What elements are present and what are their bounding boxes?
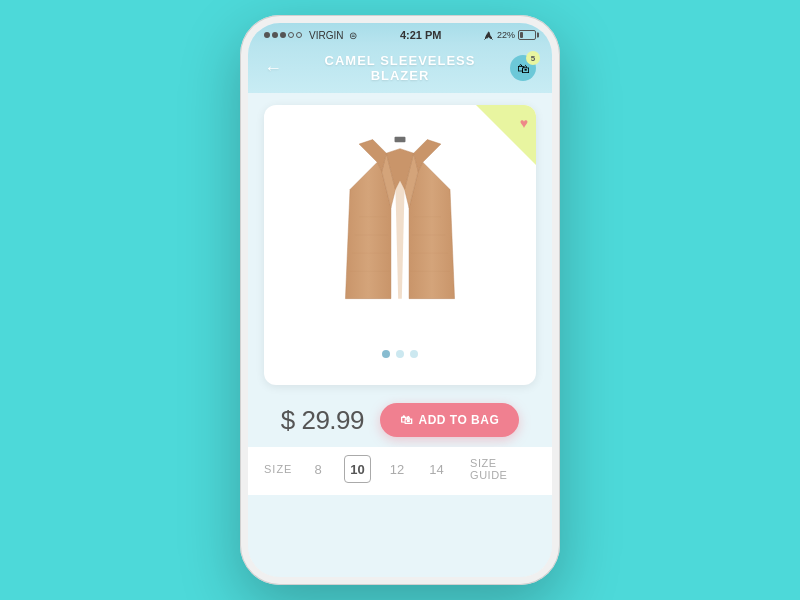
size-option-8[interactable]: 8 — [304, 455, 331, 483]
header: ← CAMEL SLEEVELESS BLAZER 🛍 5 — [248, 45, 552, 93]
cart-count-badge: 5 — [526, 51, 540, 65]
carrier-name: VIRGIN — [309, 30, 343, 41]
signal-dot-4 — [288, 32, 294, 38]
product-card: ♥ — [264, 105, 536, 385]
signal-dot-5 — [296, 32, 302, 38]
size-guide-link[interactable]: SIZE GUIDE — [470, 457, 536, 481]
favorite-corner-bg — [476, 105, 536, 165]
price-row: $ 29.99 🛍 ADD TO BAG — [248, 393, 552, 447]
image-dot-2[interactable] — [396, 350, 404, 358]
image-dots — [382, 350, 418, 358]
signal-dot-1 — [264, 32, 270, 38]
battery-icon — [518, 30, 536, 40]
battery-percent: 22% — [497, 30, 515, 40]
size-option-14[interactable]: 14 — [423, 455, 450, 483]
bag-icon: 🛍 — [400, 413, 413, 427]
image-dot-1[interactable] — [382, 350, 390, 358]
page-title: CAMEL SLEEVELESS BLAZER — [294, 53, 506, 83]
back-button[interactable]: ← — [264, 58, 294, 79]
size-option-10[interactable]: 10 — [344, 455, 371, 483]
favorite-button[interactable]: ♥ — [520, 115, 528, 131]
signal-dots — [264, 32, 302, 38]
signal-dot-2 — [272, 32, 278, 38]
battery-fill — [520, 32, 523, 38]
add-to-bag-button[interactable]: 🛍 ADD TO BAG — [380, 403, 519, 437]
product-image — [335, 135, 465, 335]
product-price: $ 29.99 — [281, 405, 364, 436]
phone-screen: VIRGIN ⊜ 4:21 PM ⮝ 22% ← CAMEL SLEEVELES… — [248, 23, 552, 577]
add-to-bag-label: ADD TO BAG — [418, 413, 499, 427]
image-dot-3[interactable] — [410, 350, 418, 358]
wifi-icon: ⊜ — [349, 30, 357, 41]
status-time: 4:21 PM — [400, 29, 442, 41]
size-label: SIZE — [264, 463, 292, 475]
status-right: ⮝ 22% — [484, 30, 536, 41]
favorite-corner: ♥ — [476, 105, 536, 165]
size-row: SIZE 8 10 12 14 SIZE GUIDE — [248, 447, 552, 495]
status-left: VIRGIN ⊜ — [264, 30, 357, 41]
status-bar: VIRGIN ⊜ 4:21 PM ⮝ 22% — [248, 23, 552, 45]
size-option-12[interactable]: 12 — [383, 455, 410, 483]
signal-dot-3 — [280, 32, 286, 38]
bluetooth-icon: ⮝ — [484, 30, 494, 41]
svg-rect-0 — [395, 137, 406, 142]
main-content: ♥ — [248, 93, 552, 577]
cart-container: 🛍 5 — [506, 55, 536, 81]
phone-outer: VIRGIN ⊜ 4:21 PM ⮝ 22% ← CAMEL SLEEVELES… — [240, 15, 560, 585]
